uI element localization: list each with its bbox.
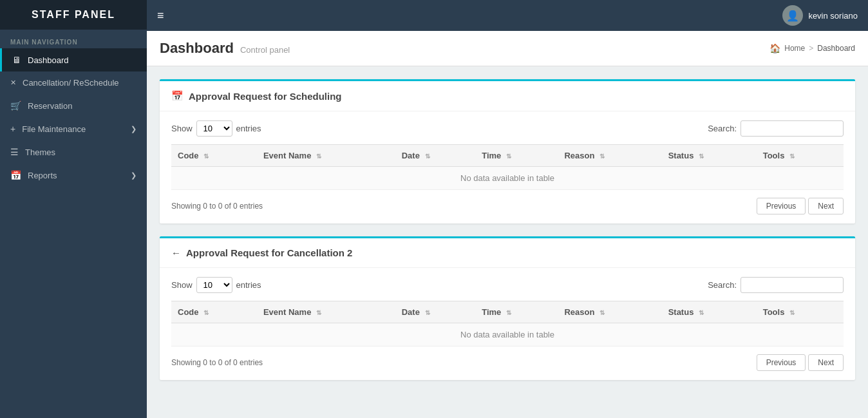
col-date-2[interactable]: Date ⇅ (395, 301, 476, 323)
avatar: 👤 (782, 5, 803, 26)
sidebar-nav-label: MAIN NAVIGATION (0, 30, 147, 48)
sort-icon: ⇅ (425, 309, 430, 316)
sort-icon: ⇅ (506, 309, 511, 316)
sort-icon: ⇅ (203, 153, 209, 160)
sort-icon: ⇅ (203, 309, 209, 316)
sort-icon: ⇅ (699, 309, 704, 316)
sort-icon: ⇅ (699, 153, 704, 160)
col-status-1[interactable]: Status ⇅ (662, 145, 757, 167)
chevron-right-icon: ❯ (131, 171, 137, 180)
search-input-1[interactable] (741, 120, 844, 137)
topbar-user: 👤 kevin soriano (782, 5, 858, 26)
pagination-2: Previous Next (757, 354, 844, 371)
scheduling-card: 📅 Approval Request for Scheduling Show 1… (160, 79, 855, 223)
table-header-row-2: Code ⇅ Event Name ⇅ Date ⇅ Time ⇅ Reason… (171, 301, 844, 323)
table-controls-2: Show 10 25 50 100 entries Search: (171, 277, 844, 293)
table-footer-2: Showing 0 to 0 of 0 entries Previous Nex… (171, 354, 844, 371)
col-event-name-1[interactable]: Event Name ⇅ (257, 145, 395, 167)
page-subtitle: Control panel (240, 45, 290, 55)
sort-icon: ⇅ (316, 309, 321, 316)
no-data-cell-1: No data available in table (171, 167, 844, 190)
sort-icon: ⇅ (789, 153, 795, 160)
entries-select-2[interactable]: 10 25 50 100 (196, 277, 232, 293)
sort-icon: ⇅ (425, 153, 430, 160)
cart-icon: 🛒 (10, 100, 21, 111)
username-label: kevin soriano (808, 11, 858, 21)
hamburger-icon[interactable]: ≡ (157, 9, 164, 23)
next-button-1[interactable]: Next (808, 198, 844, 214)
sidebar-item-themes[interactable]: ☰ Themes (0, 140, 147, 164)
col-status-2[interactable]: Status ⇅ (662, 301, 757, 323)
entries-select-1[interactable]: 10 25 50 100 (196, 120, 232, 137)
dashboard-icon: 🖥 (12, 55, 21, 65)
page-title: Dashboard (160, 40, 234, 57)
search-input-2[interactable] (741, 277, 844, 293)
sidebar: STAFF PANEL MAIN NAVIGATION 🖥 Dashboard … (0, 0, 147, 418)
sort-icon: ⇅ (316, 153, 321, 160)
sidebar-item-label: Dashboard (28, 55, 69, 65)
sidebar-item-dashboard[interactable]: 🖥 Dashboard (0, 48, 147, 71)
search-group-2: Search: (708, 277, 844, 293)
col-date-1[interactable]: Date ⇅ (395, 145, 476, 167)
previous-button-1[interactable]: Previous (757, 198, 806, 214)
page-title-group: Dashboard Control panel (160, 40, 290, 57)
sort-icon: ⇅ (599, 153, 605, 160)
sidebar-brand: STAFF PANEL (0, 0, 147, 30)
sidebar-item-reservation[interactable]: 🛒 Reservation (0, 94, 147, 117)
table-footer-1: Showing 0 to 0 of 0 entries Previous Nex… (171, 198, 844, 214)
page-header: Dashboard Control panel 🏠 Home > Dashboa… (147, 31, 868, 66)
show-label-1: Show (171, 124, 193, 133)
back-arrow-icon: ← (171, 247, 181, 258)
col-event-name-2[interactable]: Event Name ⇅ (257, 301, 395, 323)
col-time-2[interactable]: Time ⇅ (475, 301, 558, 323)
table-controls-1: Show 10 25 50 100 entries Search: (171, 120, 844, 137)
home-icon: 🏠 (769, 43, 780, 53)
chevron-right-icon: ❯ (131, 125, 137, 133)
topbar: ≡ 👤 kevin soriano (147, 0, 868, 31)
table-header-row-1: Code ⇅ Event Name ⇅ Date ⇅ Time ⇅ Reason… (171, 145, 844, 167)
entries-label-2: entries (236, 280, 261, 290)
themes-icon: ☰ (10, 147, 19, 157)
cancellation-table: Code ⇅ Event Name ⇅ Date ⇅ Time ⇅ Reason… (171, 301, 844, 347)
breadcrumb-separator: > (809, 44, 813, 53)
col-reason-1[interactable]: Reason ⇅ (558, 145, 661, 167)
sidebar-item-reports[interactable]: 📅 Reports ❯ (0, 164, 147, 187)
col-reason-2[interactable]: Reason ⇅ (558, 301, 661, 323)
col-tools-2[interactable]: Tools ⇅ (757, 301, 844, 323)
breadcrumb-current: Dashboard (817, 44, 855, 53)
card-header-cancellation: ← Approval Request for Cancellation 2 (160, 238, 855, 268)
reports-icon: 📅 (10, 170, 21, 180)
sidebar-item-file-maintenance[interactable]: + File Maintenance ❯ (0, 117, 147, 140)
breadcrumb: 🏠 Home > Dashboard (769, 43, 855, 53)
sort-icon: ⇅ (599, 309, 605, 316)
card-body-cancellation: Show 10 25 50 100 entries Search: (160, 268, 855, 380)
previous-button-2[interactable]: Previous (757, 354, 806, 371)
plus-icon: + (10, 124, 15, 134)
cancellation-card: ← Approval Request for Cancellation 2 Sh… (160, 236, 855, 380)
breadcrumb-home[interactable]: Home (784, 44, 805, 53)
next-button-2[interactable]: Next (808, 354, 844, 371)
sidebar-item-label: Themes (25, 147, 55, 157)
showing-text-2: Showing 0 to 0 of 0 entries (171, 358, 263, 367)
table-row: No data available in table (171, 167, 844, 190)
col-code-2[interactable]: Code ⇅ (171, 301, 257, 323)
page-content: Dashboard Control panel 🏠 Home > Dashboa… (147, 31, 868, 418)
show-label-2: Show (171, 280, 193, 290)
close-icon: ✕ (10, 79, 16, 87)
no-data-cell-2: No data available in table (171, 323, 844, 347)
calendar-icon: 📅 (171, 90, 184, 102)
showing-text-1: Showing 0 to 0 of 0 entries (171, 202, 263, 211)
show-entries-2: Show 10 25 50 100 entries (171, 277, 261, 293)
col-tools-1[interactable]: Tools ⇅ (757, 145, 844, 167)
sidebar-item-label: Reports (28, 171, 57, 180)
card-title-cancellation: Approval Request for Cancellation 2 (186, 247, 352, 258)
table-row: No data available in table (171, 323, 844, 347)
sidebar-item-label: Reservation (28, 101, 72, 111)
pagination-1: Previous Next (757, 198, 844, 214)
col-time-1[interactable]: Time ⇅ (475, 145, 558, 167)
sidebar-item-label: File Maintenance (22, 124, 86, 134)
sidebar-item-cancellation[interactable]: ✕ Cancellation/ ReSchedule (0, 71, 147, 94)
entries-label-1: entries (236, 124, 261, 133)
search-group-1: Search: (708, 120, 844, 137)
col-code-1[interactable]: Code ⇅ (171, 145, 257, 167)
